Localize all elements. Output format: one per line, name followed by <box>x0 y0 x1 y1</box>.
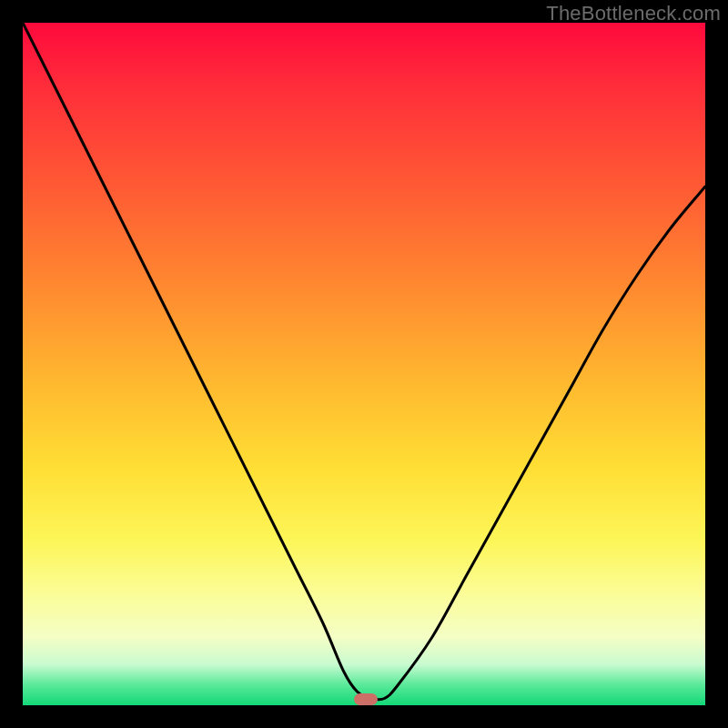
bottleneck-curve <box>23 23 705 705</box>
chart-frame: TheBottleneck.com <box>0 0 728 728</box>
plot-area <box>23 23 705 705</box>
curve-path <box>23 23 705 700</box>
min-marker <box>354 693 378 705</box>
